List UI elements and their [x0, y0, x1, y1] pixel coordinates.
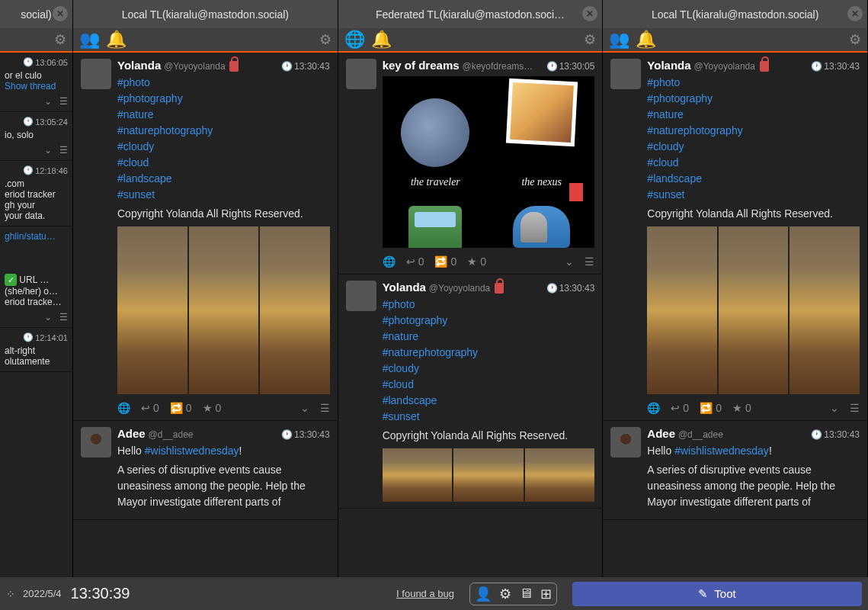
- avatar[interactable]: [346, 59, 376, 89]
- menu-icon[interactable]: ☰: [850, 402, 860, 414]
- author-name[interactable]: Yolanda: [117, 59, 161, 72]
- reply-button[interactable]: ↩ 0: [406, 255, 424, 268]
- avatar[interactable]: [346, 281, 376, 311]
- hashtag-link[interactable]: #landscape: [117, 171, 330, 187]
- media-attachments[interactable]: [383, 448, 595, 502]
- hashtag-link[interactable]: #landscape: [383, 393, 595, 409]
- hashtag-link[interactable]: #cloudy: [647, 139, 860, 155]
- hashtag-link[interactable]: #cloud: [647, 155, 860, 171]
- hashtag-link[interactable]: #nature: [383, 329, 595, 345]
- media-image[interactable]: [453, 448, 524, 502]
- hashtag-link[interactable]: #sunset: [647, 187, 860, 203]
- hashtag-link[interactable]: #photo: [117, 75, 330, 91]
- hashtag-link[interactable]: #nature: [647, 107, 860, 123]
- media-image[interactable]: [383, 448, 453, 502]
- media-image[interactable]: [189, 226, 259, 394]
- avatar[interactable]: [81, 427, 111, 458]
- author-name[interactable]: Adee: [647, 427, 675, 440]
- toot-button[interactable]: ✎ Toot: [572, 582, 862, 606]
- media-image[interactable]: [117, 226, 187, 394]
- hashtag-link[interactable]: #sunset: [117, 187, 330, 203]
- bell-icon[interactable]: 🔔: [371, 30, 392, 50]
- hashtag-link[interactable]: #naturephotography: [383, 345, 595, 361]
- boost-button[interactable]: 🔁 0: [700, 402, 722, 414]
- chevron-down-icon[interactable]: ⌄: [44, 312, 52, 323]
- hashtag-link[interactable]: #photography: [117, 91, 330, 107]
- author-handle[interactable]: @d__adee: [678, 429, 723, 440]
- menu-icon[interactable]: ☰: [59, 96, 68, 107]
- media-image[interactable]: [719, 226, 789, 394]
- chevron-down-icon[interactable]: ⌄: [300, 402, 309, 414]
- media-image[interactable]: [790, 226, 860, 394]
- bell-icon[interactable]: 🔔: [636, 30, 656, 50]
- link[interactable]: ghlin/statu…: [5, 231, 68, 242]
- author-name[interactable]: Yolanda: [383, 281, 426, 294]
- chevron-down-icon[interactable]: ⌄: [44, 96, 52, 107]
- close-column-button[interactable]: ✕: [582, 6, 597, 21]
- hashtag-link[interactable]: #photo: [383, 297, 595, 313]
- author-handle[interactable]: @Yoyoyolanda: [429, 283, 490, 294]
- favorite-button[interactable]: ★ 0: [203, 402, 222, 414]
- hashtag-link[interactable]: #wishlistwednesday: [145, 445, 239, 457]
- avatar[interactable]: [610, 427, 641, 458]
- author-name[interactable]: Adee: [117, 427, 146, 440]
- menu-icon[interactable]: ☰: [59, 145, 68, 156]
- chevron-down-icon[interactable]: ⌄: [44, 145, 52, 156]
- hashtag-link[interactable]: #photo: [647, 75, 860, 91]
- hashtag-link[interactable]: #sunset: [383, 409, 595, 425]
- reply-button[interactable]: ↩ 0: [141, 402, 159, 414]
- media-attachments[interactable]: [647, 226, 860, 394]
- media-attachments[interactable]: the travelerthe nexus: [383, 76, 595, 248]
- gear-icon[interactable]: ⚙: [319, 31, 332, 48]
- hashtag-link[interactable]: #nature: [117, 107, 330, 123]
- hashtag-link[interactable]: #landscape: [647, 171, 860, 187]
- author-name[interactable]: Yolanda: [647, 59, 690, 72]
- hashtag-link[interactable]: #photography: [647, 91, 860, 107]
- people-icon[interactable]: 👥: [609, 30, 629, 50]
- author-handle[interactable]: @Yoyoyolanda: [164, 61, 225, 72]
- gear-icon[interactable]: ⚙: [584, 31, 596, 48]
- chevron-down-icon[interactable]: ⌄: [565, 255, 574, 268]
- author-handle[interactable]: @Yoyoyolanda: [693, 61, 754, 72]
- close-column-button[interactable]: ✕: [847, 6, 863, 21]
- grid-icon[interactable]: ⊞: [540, 586, 552, 602]
- media-image[interactable]: [647, 226, 717, 394]
- favorite-button[interactable]: ★ 0: [467, 255, 486, 268]
- hashtag-link[interactable]: #naturephotography: [117, 123, 330, 139]
- hashtag-link[interactable]: #cloudy: [117, 139, 330, 155]
- chevron-down-icon[interactable]: ⌄: [830, 402, 839, 414]
- hashtag-link[interactable]: #wishlistwednesday: [674, 445, 769, 457]
- bug-report-link[interactable]: I found a bug: [396, 588, 454, 599]
- show-thread-link[interactable]: Show thread: [5, 81, 68, 92]
- hashtag-link[interactable]: #naturephotography: [647, 123, 860, 139]
- media-image[interactable]: [260, 226, 330, 394]
- author-handle[interactable]: @keyofdreams…: [462, 61, 533, 72]
- account-icon[interactable]: 👤: [475, 586, 492, 602]
- boost-button[interactable]: 🔁 0: [170, 402, 192, 414]
- media-image[interactable]: the travelerthe nexus: [383, 76, 595, 248]
- media-image[interactable]: [525, 448, 595, 502]
- favorite-button[interactable]: ★ 0: [732, 402, 751, 414]
- settings-icon[interactable]: ⚙: [499, 586, 511, 602]
- media-attachments[interactable]: [117, 226, 330, 394]
- hashtag-link[interactable]: #cloud: [117, 155, 330, 171]
- author-name[interactable]: key of dreams: [383, 59, 460, 72]
- hashtag-link[interactable]: #photography: [383, 313, 595, 329]
- avatar[interactable]: [81, 59, 111, 89]
- bell-icon[interactable]: 🔔: [106, 30, 127, 50]
- hashtag-link[interactable]: #cloud: [383, 377, 595, 393]
- avatar[interactable]: [610, 59, 641, 89]
- menu-icon[interactable]: ☰: [59, 312, 68, 323]
- people-icon[interactable]: 👥: [79, 30, 100, 50]
- menu-icon[interactable]: ☰: [585, 255, 594, 268]
- gear-icon[interactable]: ⚙: [54, 31, 66, 48]
- hashtag-link[interactable]: #cloudy: [383, 361, 595, 377]
- close-column-button[interactable]: ✕: [53, 6, 68, 21]
- reply-button[interactable]: ↩ 0: [671, 402, 689, 414]
- menu-icon[interactable]: ☰: [320, 402, 330, 414]
- boost-button[interactable]: 🔁 0: [434, 255, 456, 268]
- display-icon[interactable]: 🖥: [519, 586, 533, 602]
- gear-icon[interactable]: ⚙: [849, 31, 861, 48]
- globe-icon[interactable]: 🌐: [344, 30, 365, 50]
- author-handle[interactable]: @d__adee: [149, 429, 194, 440]
